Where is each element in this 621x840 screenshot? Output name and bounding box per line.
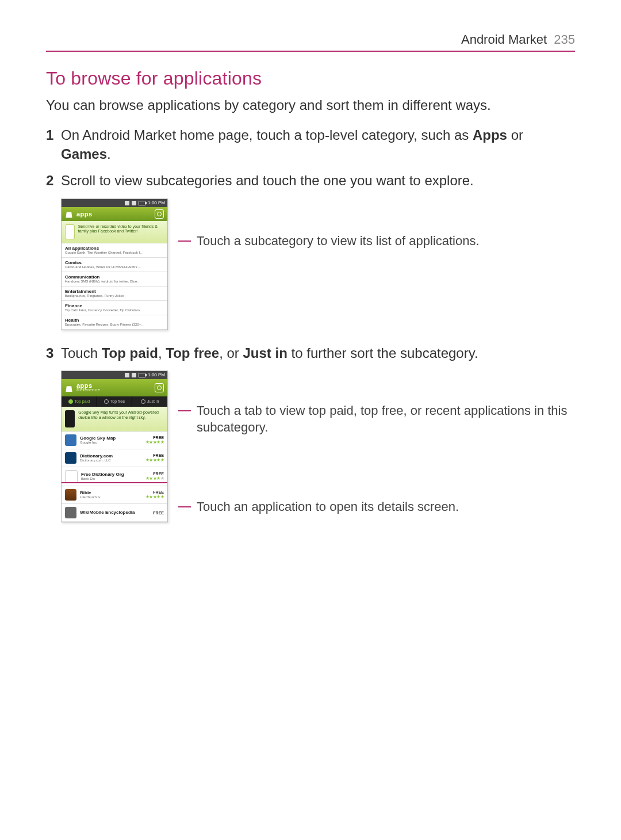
signal-icon <box>125 201 129 205</box>
clock: 1:00 PM <box>148 200 165 205</box>
network-icon <box>132 201 136 205</box>
app-title: Dictionary.com <box>80 454 142 459</box>
category-item[interactable]: HealthEpocrates, Favorite Recipes, Booty… <box>62 315 167 330</box>
leader-line <box>178 410 191 411</box>
search-icon[interactable] <box>155 383 164 392</box>
leader-line <box>178 240 191 242</box>
featured-thumb-icon <box>65 410 75 427</box>
app-rating: ★★★★★ <box>145 494 164 499</box>
callout-highlight-line <box>62 482 167 483</box>
figure-2: 1:00 PM apps Reference Top paid Top free… <box>61 371 170 522</box>
page-number: 235 <box>554 32 575 47</box>
app-rating: ★★★★★ <box>145 457 164 463</box>
app-list: Google Sky MapGoogle Inc.FREE★★★★★Dictio… <box>62 432 167 522</box>
apps-label: apps <box>76 211 93 217</box>
figure-2-callouts: Touch a tab to view top paid, top free, … <box>178 371 575 516</box>
category-name: Comics <box>65 260 164 265</box>
apps-title-bar: apps Reference <box>62 379 167 396</box>
category-item[interactable]: ComicsCalvin and Hobbes, Winks for Hi MS… <box>62 258 167 272</box>
phone-mock-1: 1:00 PM apps Send live or recorded video… <box>61 198 168 330</box>
category-examples: Google Earth, The Weather Channel, Faceb… <box>65 251 164 254</box>
category-item[interactable]: CommunicationHandcent SMS (NEW), twidroi… <box>62 272 167 287</box>
running-title: Android Market <box>461 32 547 47</box>
app-list-item[interactable]: Free Dictionary OrgBaris EfeFREE★★★★★ <box>62 467 167 486</box>
category-name: Finance <box>65 303 164 308</box>
app-list-item[interactable]: WikiMobile EncyclopediaFREE <box>62 504 167 522</box>
manual-page: Android Market 235 To browse for applica… <box>0 0 621 840</box>
tab-top-paid[interactable]: Top paid <box>62 396 97 407</box>
category-item[interactable]: EntertainmentBackgrounds, Ringtones, Fun… <box>62 287 167 301</box>
category-list: All applicationsGoogle Earth, The Weathe… <box>62 243 167 330</box>
status-bar: 1:00 PM <box>62 199 167 207</box>
category-examples: Calvin and Hobbes, Winks for Hi MSN/Hi A… <box>65 265 164 269</box>
app-list-item[interactable]: Dictionary.comDictionary.com, LLCFREE★★★… <box>62 449 167 467</box>
steps-list: 1 On Android Market home page, touch a t… <box>46 126 575 190</box>
promo-banner[interactable]: Send live or recorded video to your frie… <box>62 221 167 243</box>
app-title: Google Sky Map <box>80 436 142 441</box>
app-title: Bible <box>80 491 142 495</box>
step-3: 3 Touch Top paid, Top free, or Just in t… <box>61 344 575 362</box>
figure-1: 1:00 PM apps Send live or recorded video… <box>61 198 170 330</box>
app-list-item[interactable]: Google Sky MapGoogle Inc.FREE★★★★★ <box>62 432 167 449</box>
app-thumb-icon <box>65 507 76 518</box>
figure-1-row: 1:00 PM apps Send live or recorded video… <box>46 198 575 330</box>
category-name: Health <box>65 318 164 323</box>
app-rating: ★★★★★ <box>145 476 164 481</box>
category-examples: Backgrounds, Ringtones, Funny Jokes <box>65 294 164 297</box>
figure-2-row: 1:00 PM apps Reference Top paid Top free… <box>46 371 575 522</box>
search-icon[interactable] <box>155 209 164 219</box>
battery-icon <box>139 373 145 377</box>
intro-paragraph: You can browse applications by category … <box>46 96 575 114</box>
subcategory-label: Reference <box>76 388 100 392</box>
clock: 1:00 PM <box>148 372 165 377</box>
steps-list-continued: 3 Touch Top paid, Top free, or Just in t… <box>46 344 575 362</box>
step-2: 2 Scroll to view subcategories and touch… <box>61 171 575 190</box>
phone-mock-2: 1:00 PM apps Reference Top paid Top free… <box>61 371 168 522</box>
app-publisher: Dictionary.com, LLC <box>80 459 142 462</box>
market-bag-icon <box>65 384 73 392</box>
market-bag-icon <box>65 210 73 218</box>
status-bar: 1:00 PM <box>62 371 167 379</box>
tab-just-in[interactable]: Just in <box>132 396 167 407</box>
header-rule <box>46 51 575 52</box>
figure-1-callouts: Touch a subcategory to view its list of … <box>178 198 575 250</box>
app-publisher: LifeChurch.tv <box>80 495 142 499</box>
app-thumb-icon <box>65 470 78 483</box>
running-header: Android Market 235 <box>46 32 575 47</box>
banner-app-icon <box>65 224 75 239</box>
leader-line <box>178 506 191 507</box>
app-thumb-icon <box>65 452 76 464</box>
app-rating: ★★★★★ <box>145 440 164 445</box>
app-thumb-icon <box>65 434 76 446</box>
app-thumb-icon <box>65 489 76 501</box>
callout-tabs: Touch a tab to view top paid, top free, … <box>178 403 575 436</box>
category-examples: Tip Calculator, Currency Converter, Tip … <box>65 308 164 312</box>
app-list-item[interactable]: BibleLifeChurch.tvFREE★★★★★ <box>62 486 167 504</box>
app-price: FREE <box>145 436 164 440</box>
app-title: WikiMobile Encyclopedia <box>80 510 150 515</box>
section-title: To browse for applications <box>46 68 575 89</box>
step-1: 1 On Android Market home page, touch a t… <box>61 126 575 163</box>
featured-app[interactable]: Google Sky Map turns your Android-powere… <box>62 407 167 432</box>
app-price: FREE <box>153 511 164 515</box>
signal-icon <box>125 373 129 377</box>
category-examples: Handcent SMS (NEW), twidroid for twitter… <box>65 280 164 283</box>
callout-app-details: Touch an application to open its details… <box>178 499 575 516</box>
category-name: Communication <box>65 274 164 280</box>
app-title: Free Dictionary Org <box>81 472 142 477</box>
battery-icon <box>139 201 145 205</box>
tab-top-free[interactable]: Top free <box>97 396 133 407</box>
featured-text: Google Sky Map turns your Android-powere… <box>78 410 164 427</box>
app-price: FREE <box>145 453 164 457</box>
category-item[interactable]: All applicationsGoogle Earth, The Weathe… <box>62 243 167 258</box>
category-examples: Epocrates, Favorite Recipes, Booty Fitne… <box>65 323 164 326</box>
app-price: FREE <box>145 472 164 476</box>
sort-tabs: Top paid Top free Just in <box>62 396 167 407</box>
category-name: Entertainment <box>65 289 164 294</box>
app-price: FREE <box>145 490 164 494</box>
category-name: All applications <box>65 246 164 251</box>
callout-subcategory: Touch a subcategory to view its list of … <box>178 233 575 250</box>
network-icon <box>132 373 136 377</box>
category-item[interactable]: FinanceTip Calculator, Currency Converte… <box>62 301 167 315</box>
apps-title-bar: apps <box>62 207 167 221</box>
